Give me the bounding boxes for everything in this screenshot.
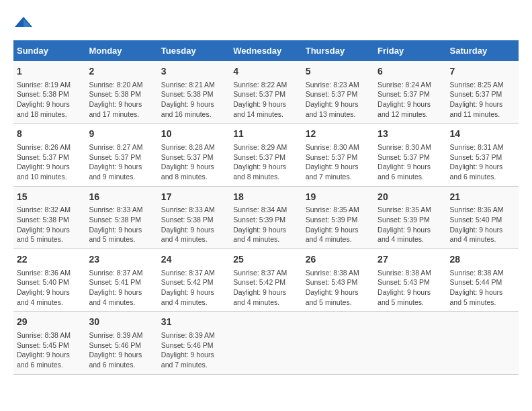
day-number: 3 — [161, 65, 226, 79]
calendar-week-row: 8 Sunrise: 8:26 AM Sunset: 5:37 PM Dayli… — [13, 124, 519, 186]
weekday-header: Monday — [85, 40, 157, 61]
sunrise-value: 8:38 AM — [478, 269, 504, 277]
calendar-cell: 18 Sunrise: 8:34 AM Sunset: 5:39 PM Dayl… — [230, 186, 302, 248]
day-info: Sunrise: 8:27 AM Sunset: 5:37 PM Dayligh… — [89, 142, 154, 182]
day-number: 8 — [17, 128, 82, 141]
day-number: 13 — [378, 128, 443, 141]
daylight-label: Daylight: 9 hoursand 5 minutes. — [378, 288, 431, 306]
day-info: Sunrise: 8:22 AM Sunset: 5:37 PM Dayligh… — [233, 80, 298, 120]
sunset-label: Sunset: — [233, 153, 259, 161]
sunrise-label: Sunrise: — [89, 205, 116, 214]
day-number: 4 — [233, 65, 298, 79]
daylight-label: Daylight: 9 hoursand 16 minutes. — [161, 100, 214, 118]
sunset-label: Sunset: — [378, 153, 404, 161]
sunrise-value: 8:33 AM — [189, 205, 215, 214]
daylight-label: Daylight: 9 hoursand 12 minutes. — [378, 100, 431, 118]
daylight-label: Daylight: 9 hoursand 4 minutes. — [306, 226, 359, 244]
day-info: Sunrise: 8:36 AM Sunset: 5:40 PM Dayligh… — [17, 268, 82, 308]
calendar-week-row: 1 Sunrise: 8:19 AM Sunset: 5:38 PM Dayli… — [13, 61, 519, 124]
daylight-label: Daylight: 9 hoursand 6 minutes. — [450, 163, 503, 181]
sunrise-value: 8:36 AM — [478, 205, 504, 214]
calendar-cell: 24 Sunrise: 8:37 AM Sunset: 5:42 PM Dayl… — [158, 249, 230, 312]
sunset-label: Sunset: — [17, 216, 43, 224]
sunrise-value: 8:27 AM — [117, 143, 143, 151]
day-number: 18 — [233, 191, 298, 204]
calendar-cell: 22 Sunrise: 8:36 AM Sunset: 5:40 PM Dayl… — [13, 249, 85, 312]
day-info: Sunrise: 8:37 AM Sunset: 5:42 PM Dayligh… — [161, 268, 226, 308]
day-number: 10 — [161, 128, 226, 141]
sunset-value: 5:40 PM — [476, 216, 502, 224]
sunset-value: 5:38 PM — [43, 90, 69, 98]
sunrise-label: Sunrise: — [161, 269, 189, 277]
day-info: Sunrise: 8:34 AM Sunset: 5:39 PM Dayligh… — [233, 205, 298, 244]
daylight-label: Daylight: 9 hoursand 5 minutes. — [17, 226, 70, 244]
daylight-label: Daylight: 9 hoursand 6 minutes. — [378, 163, 431, 181]
sunset-label: Sunset: — [233, 90, 259, 98]
sunrise-value: 8:22 AM — [261, 81, 287, 89]
sunset-label: Sunset: — [161, 216, 187, 224]
calendar-cell: 7 Sunrise: 8:25 AM Sunset: 5:37 PM Dayli… — [447, 61, 519, 124]
calendar-cell: 12 Sunrise: 8:30 AM Sunset: 5:37 PM Dayl… — [302, 124, 374, 186]
day-number: 2 — [89, 65, 154, 79]
sunset-label: Sunset: — [378, 90, 404, 98]
sunset-label: Sunset: — [89, 90, 115, 98]
sunrise-value: 8:37 AM — [261, 269, 287, 277]
day-info: Sunrise: 8:37 AM Sunset: 5:42 PM Dayligh… — [233, 268, 298, 308]
calendar-cell — [230, 312, 302, 374]
day-info: Sunrise: 8:38 AM Sunset: 5:43 PM Dayligh… — [378, 268, 443, 308]
weekday-header: Thursday — [302, 40, 374, 61]
daylight-label: Daylight: 9 hoursand 7 minutes. — [161, 351, 214, 369]
weekday-header: Friday — [374, 40, 446, 61]
calendar-cell: 26 Sunrise: 8:38 AM Sunset: 5:43 PM Dayl… — [302, 249, 374, 312]
sunset-value: 5:46 PM — [187, 341, 213, 349]
day-info: Sunrise: 8:39 AM Sunset: 5:46 PM Dayligh… — [161, 330, 226, 370]
day-info: Sunrise: 8:25 AM Sunset: 5:37 PM Dayligh… — [450, 80, 515, 120]
day-info: Sunrise: 8:26 AM Sunset: 5:37 PM Dayligh… — [17, 142, 82, 182]
day-number: 24 — [161, 253, 226, 267]
day-info: Sunrise: 8:35 AM Sunset: 5:39 PM Dayligh… — [378, 205, 443, 244]
day-number: 7 — [450, 65, 515, 79]
sunrise-label: Sunrise: — [306, 205, 333, 214]
calendar-cell: 14 Sunrise: 8:31 AM Sunset: 5:37 PM Dayl… — [447, 124, 519, 186]
sunset-label: Sunset: — [89, 216, 115, 224]
day-info: Sunrise: 8:33 AM Sunset: 5:38 PM Dayligh… — [161, 205, 226, 244]
sunrise-label: Sunrise: — [17, 205, 44, 214]
sunrise-label: Sunrise: — [450, 205, 478, 214]
day-number: 19 — [306, 191, 371, 204]
sunset-value: 5:42 PM — [259, 278, 285, 286]
sunset-label: Sunset: — [450, 153, 476, 161]
day-info: Sunrise: 8:32 AM Sunset: 5:38 PM Dayligh… — [17, 205, 82, 244]
daylight-label: Daylight: 9 hoursand 17 minutes. — [89, 100, 142, 118]
sunrise-value: 8:20 AM — [117, 81, 143, 89]
calendar-cell: 10 Sunrise: 8:28 AM Sunset: 5:37 PM Dayl… — [158, 124, 230, 186]
calendar-cell: 8 Sunrise: 8:26 AM Sunset: 5:37 PM Dayli… — [13, 124, 85, 186]
weekday-header: Sunday — [13, 40, 85, 61]
sunrise-label: Sunrise: — [450, 81, 478, 89]
daylight-label: Daylight: 9 hoursand 4 minutes. — [450, 226, 503, 244]
sunrise-label: Sunrise: — [17, 269, 44, 277]
sunset-value: 5:37 PM — [259, 153, 285, 161]
sunset-value: 5:37 PM — [476, 153, 502, 161]
weekday-header-row: SundayMondayTuesdayWednesdayThursdayFrid… — [13, 40, 519, 61]
page-header — [13, 13, 519, 34]
daylight-label: Daylight: 9 hoursand 9 minutes. — [89, 163, 142, 181]
calendar-cell — [447, 312, 519, 374]
weekday-header: Wednesday — [230, 40, 302, 61]
calendar-cell: 5 Sunrise: 8:23 AM Sunset: 5:37 PM Dayli… — [302, 61, 374, 124]
sunrise-label: Sunrise: — [17, 143, 44, 151]
day-number: 16 — [89, 191, 154, 204]
sunset-label: Sunset: — [89, 341, 115, 349]
day-number: 11 — [233, 128, 298, 141]
sunrise-value: 8:31 AM — [478, 143, 504, 151]
sunset-value: 5:46 PM — [115, 341, 141, 349]
sunrise-value: 8:26 AM — [44, 143, 71, 151]
calendar-cell: 28 Sunrise: 8:38 AM Sunset: 5:44 PM Dayl… — [447, 249, 519, 312]
day-number: 28 — [450, 253, 515, 267]
day-info: Sunrise: 8:38 AM Sunset: 5:45 PM Dayligh… — [17, 330, 82, 370]
sunset-label: Sunset: — [17, 90, 43, 98]
sunrise-value: 8:24 AM — [406, 81, 432, 89]
calendar-cell: 9 Sunrise: 8:27 AM Sunset: 5:37 PM Dayli… — [85, 124, 157, 186]
sunrise-label: Sunrise: — [17, 81, 44, 89]
logo-icon — [13, 13, 34, 34]
calendar-cell: 30 Sunrise: 8:39 AM Sunset: 5:46 PM Dayl… — [85, 312, 157, 374]
